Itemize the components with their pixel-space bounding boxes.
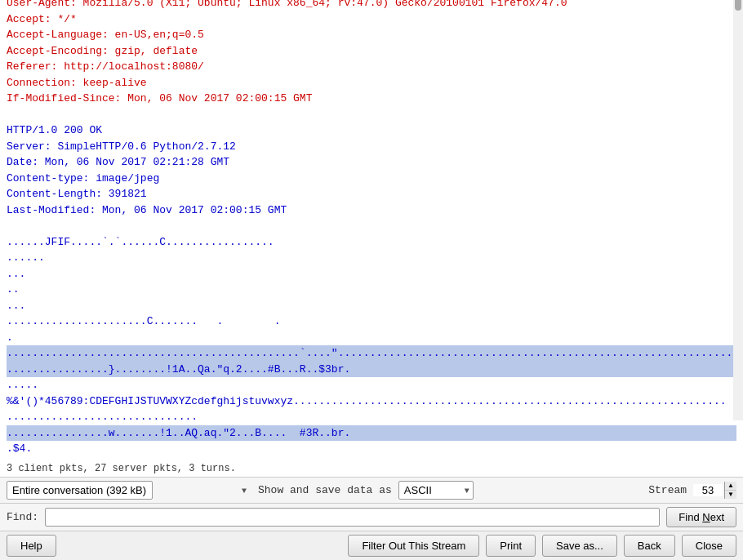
content-line: ... [7, 298, 736, 314]
save-as-button[interactable]: Save as... [542, 535, 617, 557]
content-line: Content-type: image/jpeg [7, 171, 736, 187]
stream-value-input[interactable]: 53 [693, 484, 723, 496]
content-line: Connection: keep-alive [7, 75, 736, 91]
save-format-wrapper: ASCII EBCDIC Hex Dump C Arrays Raw ▼ [398, 481, 474, 500]
content-line [7, 107, 736, 123]
content-line: ... [7, 266, 736, 282]
stream-up-button[interactable]: ▲ [725, 482, 736, 491]
content-line: ......JFIF.....`.`......C...............… [7, 234, 736, 251]
content-line: Accept-Language: en-US,en;q=0.5 [7, 27, 736, 43]
content-line: .$4. [7, 441, 736, 457]
close-button[interactable]: Close [682, 535, 736, 557]
scroll-thumb[interactable] [735, 0, 741, 11]
save-format-select[interactable]: ASCII EBCDIC Hex Dump C Arrays Raw [398, 481, 474, 500]
content-line: Accept: */* [7, 11, 736, 28]
stream-label: Stream [648, 484, 687, 496]
conversation-select-arrow-icon: ▼ [242, 486, 247, 495]
content-line: Content-Length: 391821 [7, 186, 736, 202]
content-line: Date: Mon, 06 Nov 2017 02:21:28 GMT [7, 154, 736, 171]
content-line: User-Agent: Mozilla/5.0 (X11; Ubuntu; Li… [7, 0, 736, 11]
content-line: %&'()*456789:CDEFGHIJSTUVWXYZcdefghijstu… [7, 393, 736, 410]
find-bar: Find: Find Next [0, 504, 743, 531]
content-line: ................w.......!1..AQ.aq."2...B… [7, 425, 736, 442]
content-line: .. [7, 282, 736, 298]
find-next-button[interactable]: Find Next [666, 507, 736, 527]
print-button[interactable]: Print [486, 535, 536, 557]
conversation-bar: Entire conversation (392 kB) ▼ Show and … [0, 478, 743, 504]
show-save-label: Show and save data as [258, 484, 392, 496]
stats-text: 3 client pkts, 27 server pkts, 3 turns. [7, 463, 236, 474]
content-line: If-Modified-Since: Mon, 06 Nov 2017 02:0… [7, 91, 736, 107]
content-line: Referer: http://localhost:8080/ [7, 59, 736, 75]
find-label: Find: [7, 511, 38, 523]
content-line: Accept-Encoding: gzip, deflate [7, 43, 736, 60]
content-line: HTTP/1.0 200 OK [7, 122, 736, 139]
content-line: Last-Modified: Mon, 06 Nov 2017 02:00:15… [7, 202, 736, 219]
scrollbar[interactable] [733, 0, 743, 420]
content-line: ..... [7, 377, 736, 393]
content-lines: GET /cat.jpg HTTP/1.1Host: localhost:808… [7, 0, 736, 457]
conversation-select-wrapper: Entire conversation (392 kB) ▼ [7, 481, 251, 500]
content-line: . [7, 330, 736, 346]
stream-spinner-buttons: ▲ ▼ [724, 482, 736, 499]
content-line: Server: SimpleHTTP/0.6 Python/2.7.12 [7, 139, 736, 155]
back-button[interactable]: Back [624, 535, 675, 557]
stats-bar: 3 client pkts, 27 server pkts, 3 turns. [0, 460, 743, 477]
content-line: ...... [7, 250, 736, 266]
stream-control: 53 ▲ ▼ [693, 482, 736, 499]
find-input[interactable] [45, 508, 660, 527]
help-button[interactable]: Help [7, 535, 56, 557]
bottom-controls: Entire conversation (392 kB) ▼ Show and … [0, 477, 743, 560]
conversation-select[interactable]: Entire conversation (392 kB) [7, 481, 153, 500]
content-line: ......................C....... . . [7, 313, 736, 330]
content-line: ........................................… [7, 345, 736, 362]
packet-content: GET /cat.jpg HTTP/1.1Host: localhost:808… [0, 0, 743, 460]
content-line: .............................. [7, 409, 736, 425]
content-line [7, 218, 736, 234]
content-line: ................}........!1A..Qa."q.2...… [7, 362, 736, 378]
action-bar: Help Filter Out This Stream Print Save a… [0, 531, 743, 560]
stream-down-button[interactable]: ▼ [725, 491, 736, 499]
filter-out-stream-button[interactable]: Filter Out This Stream [348, 535, 479, 557]
